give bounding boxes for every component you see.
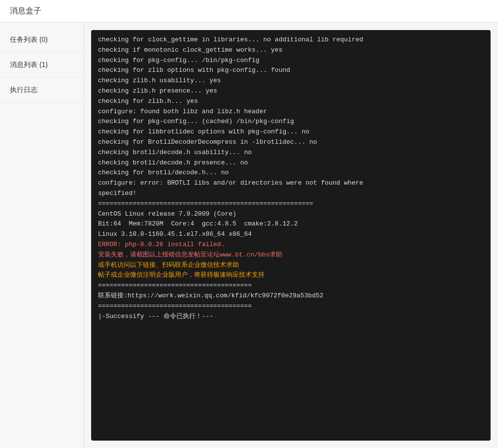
sidebar-item-message-list[interactable]: 消息列表 (1) <box>0 53 83 78</box>
terminal-line: Linux 3.10.0-1160.45.1.el7.x86_64 x86_64 <box>98 229 484 240</box>
terminal-line: checking for libbrotlidec options with p… <box>98 127 484 137</box>
terminal-line: 或手机访问以下链接、扫码联系企业微信技术求助 <box>98 260 484 271</box>
terminal-line: 安装失败，请截图以上报错信息发帖至论坛www.bt.cn/bbs求助 <box>98 250 484 260</box>
terminal-line: 帖子或企业微信注明企业版用户，将获得极速响应技术支持 <box>98 270 484 281</box>
terminal-line: |-Successify --- 命令已执行！--- <box>98 312 484 322</box>
sidebar-item-exec-log[interactable]: 执行日志 <box>0 78 83 103</box>
header: 消息盒子 <box>0 0 498 23</box>
terminal-line: checking zlib.h usability... yes <box>98 76 484 86</box>
terminal-line: checking for zlib.h... yes <box>98 96 484 107</box>
terminal-line: ========================================… <box>98 199 484 209</box>
terminal-line: checking for zlib options with pkg-confi… <box>98 65 484 76</box>
sidebar: 任务列表 (0)消息列表 (1)执行日志 <box>0 23 84 448</box>
terminal-line: checking brotli/decode.h presence... no <box>98 158 484 168</box>
terminal-line: checking zlib.h presence... yes <box>98 86 484 96</box>
terminal-line: 联系链接:https://work.weixin.qq.com/kfid/kfc… <box>98 291 484 301</box>
terminal-line: specified! <box>98 189 484 199</box>
terminal-line: configure: found both libz and libz.h he… <box>98 107 484 117</box>
terminal-line: checking for BrotliDecoderDecompress in … <box>98 137 484 148</box>
terminal-line: checking for brotli/decode.h... no <box>98 168 484 178</box>
content-area: checking for clock_gettime in libraries.… <box>84 23 498 448</box>
terminal-line: checking for pkg-config... /bin/pkg-conf… <box>98 56 484 66</box>
terminal-line: checking brotli/decode.h usability... no <box>98 148 484 158</box>
terminal-container: checking for clock_gettime in libraries.… <box>91 30 491 441</box>
terminal-line: ======================================== <box>98 301 484 312</box>
terminal-line: Bit:64 Mem:7820M Core:4 gcc:4.8.5 cmake:… <box>98 219 484 229</box>
header-title: 消息盒子 <box>10 6 41 15</box>
terminal-line: CentOS Linux release 7.9.2009 (Core) <box>98 209 484 220</box>
main-layout: 任务列表 (0)消息列表 (1)执行日志 checking for clock_… <box>0 23 498 448</box>
terminal-line: checking if monotonic clock_gettime work… <box>98 45 484 56</box>
app-container: 消息盒子 任务列表 (0)消息列表 (1)执行日志 checking for c… <box>0 0 498 448</box>
terminal-line: checking for clock_gettime in libraries.… <box>98 35 484 45</box>
terminal-line: ======================================== <box>98 281 484 291</box>
terminal-line: configure: error: BROTLI libs and/or dir… <box>98 178 484 189</box>
terminal-line: ERROR: php-8.0.26 install failed. <box>98 240 484 250</box>
terminal-line: checking for pkg-config... (cached) /bin… <box>98 117 484 127</box>
terminal-output[interactable]: checking for clock_gettime in libraries.… <box>91 30 491 441</box>
sidebar-item-task-list[interactable]: 任务列表 (0) <box>0 28 83 53</box>
